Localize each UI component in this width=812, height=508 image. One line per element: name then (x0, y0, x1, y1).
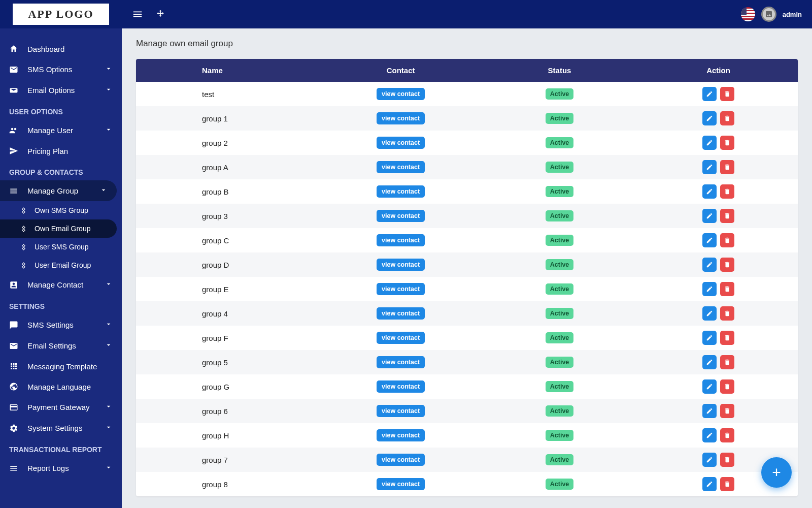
edit-button[interactable] (702, 355, 717, 369)
chevron-down-icon (105, 402, 113, 412)
cell-name: group 2 (136, 131, 321, 155)
col-name: Name (136, 59, 321, 82)
sidebar-item-dashboard[interactable]: Dashboard (0, 39, 122, 59)
cell-contact: view contact (321, 106, 480, 131)
edit-button[interactable] (702, 258, 717, 272)
language-flag-icon[interactable] (741, 7, 755, 21)
cell-status: Active (480, 82, 639, 106)
sidebar-sub-user-sms-group[interactable]: User SMS Group (0, 238, 122, 256)
sidebar-item-system-settings[interactable]: System Settings (0, 418, 122, 438)
user-avatar[interactable] (761, 7, 776, 22)
sidebar-item-manage-contact[interactable]: Manage Contact (0, 274, 122, 295)
status-badge: Active (546, 235, 574, 246)
delete-button[interactable] (720, 453, 734, 467)
view-contact-button[interactable]: view contact (377, 307, 425, 320)
table-row: group E view contact Active (136, 277, 798, 301)
delete-button[interactable] (720, 184, 734, 199)
edit-button[interactable] (702, 306, 717, 321)
status-badge: Active (546, 88, 574, 100)
sidebar-sub-own-sms-group[interactable]: Own SMS Group (0, 201, 122, 219)
view-contact-button[interactable]: view contact (377, 112, 425, 124)
add-group-fab[interactable]: + (761, 457, 792, 488)
sidebar-item-label: Report Logs (27, 464, 69, 472)
delete-button[interactable] (720, 477, 734, 491)
cell-name: group B (136, 179, 321, 204)
view-contact-button[interactable]: view contact (377, 429, 425, 441)
edit-button[interactable] (702, 111, 717, 125)
delete-button[interactable] (720, 331, 734, 345)
edit-button[interactable] (702, 477, 717, 491)
delete-button[interactable] (720, 136, 734, 150)
delete-button[interactable] (720, 111, 734, 125)
view-contact-button[interactable]: view contact (377, 259, 425, 271)
view-contact-button[interactable]: view contact (377, 234, 425, 246)
view-contact-button[interactable]: view contact (377, 454, 425, 466)
sidebar-item-email-options[interactable]: Email Options (0, 80, 122, 101)
status-badge: Active (546, 186, 574, 197)
edit-button[interactable] (702, 453, 717, 467)
edit-button[interactable] (702, 404, 717, 418)
delete-button[interactable] (720, 209, 734, 223)
view-contact-button[interactable]: view contact (377, 88, 425, 100)
edit-button[interactable] (702, 87, 717, 101)
delete-button[interactable] (720, 160, 734, 174)
edit-button[interactable] (702, 209, 717, 223)
edit-button[interactable] (702, 136, 717, 150)
sidebar-sub-own-email-group[interactable]: Own Email Group (0, 219, 117, 238)
menu-toggle-icon[interactable] (132, 9, 143, 20)
delete-button[interactable] (720, 282, 734, 296)
delete-button[interactable] (720, 233, 734, 247)
edit-button[interactable] (702, 282, 717, 296)
delete-button[interactable] (720, 355, 734, 369)
sidebar-item-manage-user[interactable]: Manage User (0, 120, 122, 141)
sidebar-item-report-logs[interactable]: Report Logs (0, 458, 122, 479)
sidebar-item-pricing-plan[interactable]: Pricing Plan (0, 141, 122, 161)
message-icon (9, 321, 21, 330)
view-contact-button[interactable]: view contact (377, 161, 425, 173)
sidebar-item-label: SMS Settings (27, 321, 74, 329)
delete-button[interactable] (720, 306, 734, 321)
view-contact-button[interactable]: view contact (377, 283, 425, 295)
edit-button[interactable] (702, 379, 717, 394)
cell-contact: view contact (321, 228, 480, 252)
view-contact-button[interactable]: view contact (377, 137, 425, 149)
chevron-down-icon (105, 85, 113, 95)
sidebar-section-settings: SETTINGS (0, 295, 122, 314)
view-contact-button[interactable]: view contact (377, 332, 425, 344)
cell-name: group F (136, 326, 321, 350)
edit-button[interactable] (702, 428, 717, 442)
sidebar-item-payment-gateway[interactable]: Payment Gateway (0, 397, 122, 418)
delete-button[interactable] (720, 258, 734, 272)
sidebar-item-messaging-template[interactable]: Messaging Template (0, 356, 122, 376)
edit-button[interactable] (702, 233, 717, 247)
delete-button[interactable] (720, 428, 734, 442)
sidebar-item-label: Manage User (27, 126, 73, 135)
sidebar-item-manage-language[interactable]: Manage Language (0, 376, 122, 397)
cell-contact: view contact (321, 82, 480, 106)
cell-action (639, 350, 798, 374)
delete-button[interactable] (720, 404, 734, 418)
view-contact-button[interactable]: view contact (377, 210, 425, 222)
status-badge: Active (546, 283, 574, 295)
view-contact-button[interactable]: view contact (377, 356, 425, 368)
sidebar-sub-user-email-group[interactable]: User Email Group (0, 256, 122, 274)
mailbox-icon (9, 86, 21, 95)
delete-button[interactable] (720, 379, 734, 394)
edit-button[interactable] (702, 331, 717, 345)
view-contact-button[interactable]: view contact (377, 405, 425, 417)
sidebar-item-sms-settings[interactable]: SMS Settings (0, 314, 122, 335)
sidebar-section-group-contacts: GROUP & CONTACTS (0, 161, 122, 180)
sidebar-item-manage-group[interactable]: Manage Group (0, 180, 117, 201)
delete-button[interactable] (720, 87, 734, 101)
edit-button[interactable] (702, 184, 717, 199)
view-contact-button[interactable]: view contact (377, 380, 425, 393)
grid-icon (9, 362, 21, 371)
sidebar-item-label: Dashboard (27, 45, 64, 53)
view-contact-button[interactable]: view contact (377, 185, 425, 198)
username-label[interactable]: admin (783, 11, 802, 18)
sidebar-item-sms-options[interactable]: SMS Options (0, 59, 122, 80)
move-icon[interactable] (155, 9, 165, 19)
edit-button[interactable] (702, 160, 717, 174)
view-contact-button[interactable]: view contact (377, 478, 425, 490)
sidebar-item-email-settings[interactable]: Email Settings (0, 335, 122, 356)
